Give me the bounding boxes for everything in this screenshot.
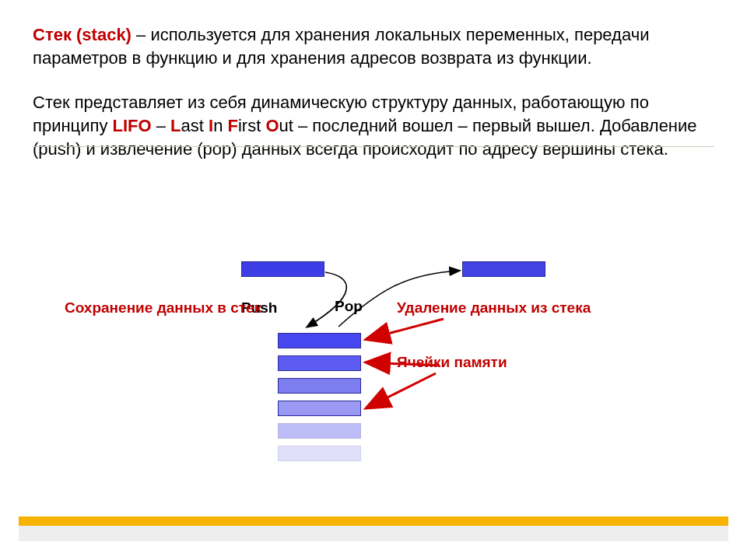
memory-label: Ячейки памяти [397, 353, 507, 372]
save-label: Сохранение данных в стек [65, 299, 261, 317]
stack-cell [278, 446, 361, 461]
horizontal-rule [33, 146, 714, 147]
stack-diagram: Push Pop Сохранение данных в стек Удален… [0, 249, 747, 498]
diagram-arrows [0, 249, 747, 498]
stack-cell [278, 378, 361, 394]
stack-cell [278, 401, 361, 416]
pop-label: Pop [335, 297, 363, 316]
lifo-acronym: LIFO [113, 116, 152, 135]
footer-decoration [19, 516, 728, 541]
memory-pointer-icon [367, 373, 436, 408]
stack-cell [278, 355, 361, 371]
delete-label: Удаление данных из стека [397, 299, 591, 317]
term-title: Стек (stack) [33, 25, 132, 44]
push-source-block [241, 261, 324, 277]
definition-paragraph: Стек (stack) – используется для хранения… [33, 23, 714, 69]
stack-cell [278, 423, 361, 439]
pop-dest-block [462, 261, 545, 277]
stack-cell [278, 333, 361, 348]
memory-pointer-icon [367, 319, 444, 339]
lifo-paragraph: Стек представляет из себя динамическую с… [33, 91, 714, 160]
